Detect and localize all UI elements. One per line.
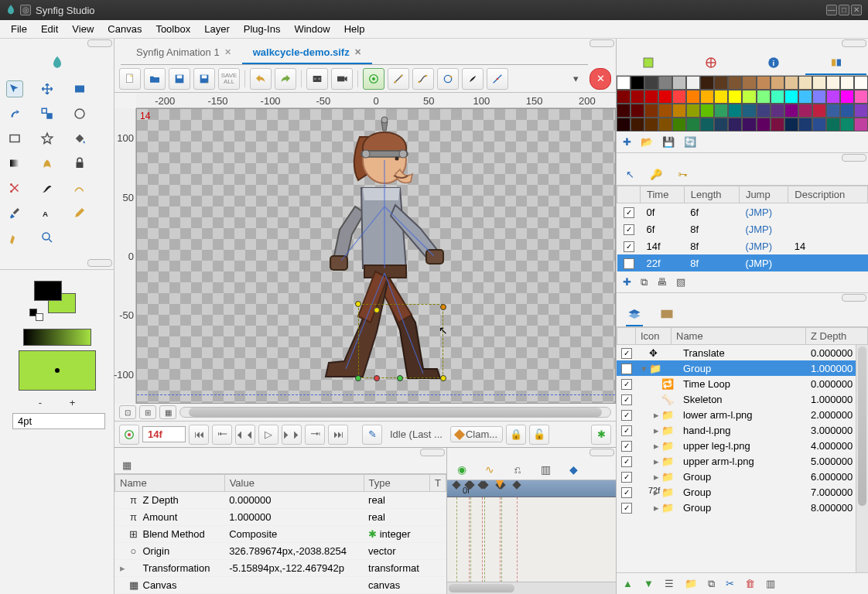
save-all-button[interactable]: SAVEALL <box>218 68 240 90</box>
palette-tab[interactable] <box>618 52 679 75</box>
palette-color[interactable] <box>644 90 658 104</box>
palette-color[interactable] <box>826 118 840 131</box>
playhead-icon[interactable] <box>496 480 504 488</box>
palette-color[interactable] <box>644 76 658 90</box>
navigator-tab[interactable] <box>681 52 742 75</box>
spline-tool[interactable] <box>39 179 56 196</box>
center-dock-handle[interactable] <box>588 39 616 50</box>
layer-visible-checkbox[interactable] <box>621 394 632 405</box>
layer-row[interactable]: ▸📁lower arm-l.png2.000000 <box>617 407 868 422</box>
kf-col-jump[interactable]: Jump <box>739 186 788 203</box>
palette-tab-icon[interactable]: ◆ <box>565 461 582 478</box>
brush-dec[interactable]: - <box>39 397 42 408</box>
palette-color[interactable] <box>742 90 756 104</box>
lock-keyframes-button[interactable]: 🔒 <box>506 425 526 445</box>
new-file-button[interactable] <box>119 68 141 90</box>
palette-color[interactable] <box>771 90 784 104</box>
palette-color[interactable] <box>771 76 784 90</box>
minimize-button[interactable]: — <box>826 5 837 15</box>
palette-color[interactable] <box>757 76 771 90</box>
palette-color[interactable] <box>826 90 840 104</box>
params-col-type[interactable]: Type <box>364 475 429 492</box>
cut-tool[interactable] <box>6 179 23 196</box>
star-tool[interactable] <box>39 130 56 147</box>
palette-color[interactable] <box>784 104 798 118</box>
palette-color[interactable] <box>617 104 630 118</box>
right-dock-handle-1[interactable] <box>617 39 868 50</box>
zoom-100-button[interactable]: ⊞ <box>139 405 156 419</box>
layer-visible-checkbox[interactable] <box>621 348 632 359</box>
next-frame-button[interactable]: ⏵⏵ <box>282 425 302 445</box>
params-tab-icon[interactable]: ▦ <box>118 458 136 473</box>
fill-color[interactable] <box>34 281 62 301</box>
palette-color[interactable] <box>686 90 700 104</box>
palette-color[interactable] <box>742 118 756 131</box>
kf-key-icon-2[interactable]: 🗝 <box>678 169 688 180</box>
seek-end-button[interactable]: ⏭ <box>328 425 348 445</box>
palette-color[interactable] <box>854 76 868 90</box>
zoom-tool[interactable] <box>39 229 56 246</box>
brush-preview[interactable] <box>19 350 96 391</box>
palette-color[interactable] <box>812 90 826 104</box>
next-keyframe-button[interactable]: ⭲ <box>305 425 325 445</box>
prev-keyframe-button[interactable]: ⭰ <box>212 425 232 445</box>
param-row[interactable]: ▸Transformation-5.15894px,-122.467942ptr… <box>115 560 446 577</box>
loop-button[interactable]: ✎ <box>362 425 382 445</box>
zoom-fit-button[interactable]: ⊡ <box>119 405 136 419</box>
palette-color[interactable] <box>757 90 771 104</box>
prev-frame-button[interactable]: ⏴⏴ <box>235 425 255 445</box>
canvas-hscroll[interactable] <box>179 407 611 418</box>
move-tool[interactable] <box>39 80 56 97</box>
layer-row[interactable]: ▾📁Group1.000000 <box>617 360 868 376</box>
palette-color[interactable] <box>798 118 812 131</box>
save-button[interactable] <box>169 68 190 90</box>
palette-color[interactable] <box>686 118 700 131</box>
snap-circle-button[interactable] <box>437 68 459 90</box>
brush-tool[interactable] <box>6 204 23 221</box>
palette-color[interactable] <box>617 118 630 131</box>
palette-color[interactable] <box>812 104 826 118</box>
palette-color[interactable] <box>742 104 756 118</box>
palette-color[interactable] <box>714 118 728 131</box>
layer-row[interactable]: ▸📁upper arm-l.png5.000000 <box>617 453 868 469</box>
toolbox-tab-icon[interactable] <box>39 50 76 76</box>
keyframe-row[interactable]: 6f8f(JMP) <box>617 220 868 237</box>
kf-key-icon[interactable]: 🔑 <box>650 169 662 180</box>
layer-visible-checkbox[interactable] <box>621 503 632 514</box>
bucket-tool[interactable] <box>71 130 88 147</box>
layer-visible-checkbox[interactable] <box>621 425 632 436</box>
palette-color[interactable] <box>672 104 686 118</box>
palette-color[interactable] <box>658 90 672 104</box>
layer-encap[interactable]: ▥ <box>766 578 775 589</box>
menu-layer[interactable]: Layer <box>198 22 236 36</box>
palette-color[interactable] <box>771 104 784 118</box>
palette-color[interactable] <box>686 104 700 118</box>
current-frame-field[interactable]: 14f <box>142 426 186 442</box>
palette-color[interactable] <box>812 118 826 131</box>
palette-color[interactable] <box>672 76 686 90</box>
menu-help[interactable]: Help <box>338 22 371 36</box>
param-row[interactable]: ▦Canvascanvas <box>115 577 446 594</box>
palette-color[interactable] <box>840 76 854 90</box>
kf-del[interactable]: 🖶 <box>657 276 667 288</box>
gradient-tool[interactable] <box>6 155 23 172</box>
clamp-button[interactable]: Clam... <box>450 426 503 442</box>
palette-color[interactable] <box>658 76 672 90</box>
animate-toggle[interactable]: ✱ <box>591 425 611 445</box>
layer-row[interactable]: ▸📁Group8.000000 <box>617 500 868 515</box>
palette-load[interactable]: 📂 <box>641 136 653 148</box>
keyframe-enable-checkbox[interactable] <box>624 241 634 252</box>
width-tool[interactable] <box>6 229 23 246</box>
circle-tool[interactable] <box>71 105 88 122</box>
layer-up[interactable]: ▲ <box>623 578 633 589</box>
close-tab-icon[interactable]: ✕ <box>224 47 231 57</box>
right-dock-handle-3[interactable] <box>617 293 868 304</box>
param-row[interactable]: πAmount1.000000real <box>115 509 446 526</box>
palette-color[interactable] <box>826 104 840 118</box>
play-button[interactable]: ▷ <box>258 425 279 445</box>
edit-mode-button[interactable] <box>487 68 508 90</box>
kf-add[interactable]: ✚ <box>623 276 631 288</box>
layer-visible-checkbox[interactable] <box>621 441 632 452</box>
palette-color[interactable] <box>630 76 644 90</box>
palette-refresh[interactable]: 🔄 <box>684 136 696 148</box>
